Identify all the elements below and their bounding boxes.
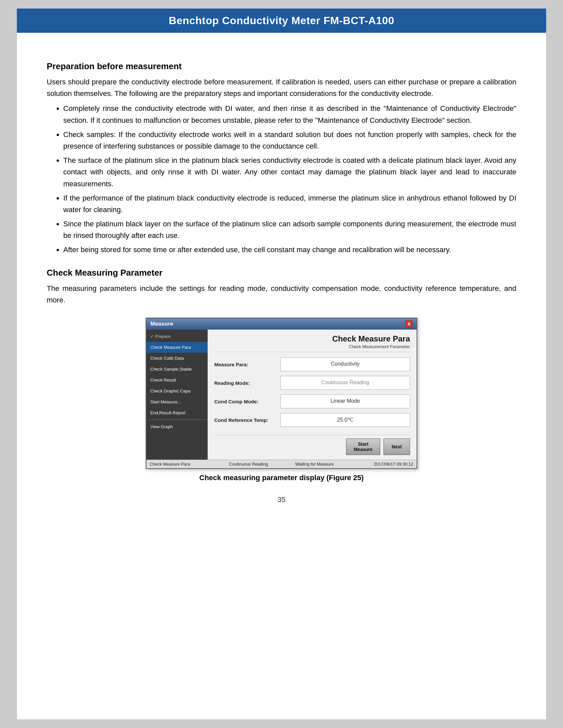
statusbar-waiting: Waiting for Measure — [282, 462, 348, 467]
param-label-cond-ref-temp: Cond Reference Temp: — [214, 417, 280, 423]
sidebar-separator — [146, 420, 208, 420]
param-row-reading-mode: Reading Mode: Coutinuous Reading — [214, 376, 410, 390]
param-value-cond-comp-mode: Linear Mode — [280, 394, 410, 408]
bullet-item: Completely rinse the conductivity electr… — [63, 103, 516, 126]
dialog-main: Check Measure Para Check Measurement Par… — [208, 330, 417, 460]
figure-container: Measure X ✓ Prepare Check Measure Para — [47, 318, 516, 482]
section1-bullets: Completely rinse the conductivity electr… — [47, 103, 516, 255]
sidebar-item-check-measure-para[interactable]: Check Measure Para — [146, 342, 208, 353]
param-label-cond-comp-mode: Cond Comp Mode: — [214, 399, 280, 404]
sidebar-item-view-graph[interactable]: View Graph — [146, 421, 208, 432]
dialog-statusbar: Check Measure Para Coutinuous Reading Wa… — [146, 460, 417, 468]
sidebar-item-check-graphic-capa[interactable]: Check Graphic Capa — [146, 386, 208, 396]
param-label-measure-para: Measure Para: — [214, 362, 280, 367]
bullet-item: If the performance of the platinum black… — [63, 192, 516, 215]
bullet-item: Since the platinum black layer on the su… — [63, 218, 516, 241]
statusbar-datetime: 2017/08/17 09:30:12 — [348, 462, 413, 467]
sidebar-item-end-result-report[interactable]: End,Result Report — [146, 407, 208, 418]
dialog-body: ✓ Prepare Check Measure Para Check Calib… — [146, 330, 417, 460]
sidebar-item-prepare[interactable]: ✓ Prepare — [146, 331, 208, 342]
dialog-action-bar: Start Measure Next — [214, 435, 410, 456]
sidebar-item-check-result[interactable]: Check Result — [146, 375, 208, 386]
dialog-title-label: Measure — [150, 321, 173, 327]
page-content: Preparation before measurement Users sho… — [17, 33, 546, 524]
param-value-reading-mode: Coutinuous Reading — [280, 376, 410, 390]
section1-title: Preparation before measurement — [47, 61, 516, 71]
param-row-cond-comp-mode: Cond Comp Mode: Linear Mode — [214, 394, 410, 408]
param-value-cond-ref-temp: 25.0℃ — [280, 413, 410, 427]
sidebar-item-check-calib-data[interactable]: Check Calib Data — [146, 353, 208, 364]
dialog-main-title: Check Measure Para — [214, 334, 410, 343]
start-measure-button[interactable]: Start Measure — [346, 438, 380, 455]
section2-title: Check Measuring Parameter — [47, 268, 516, 278]
sidebar-item-check-sample-stable[interactable]: Check Sample,Stable — [146, 364, 208, 375]
section1-intro: Users should prepare the conductivity el… — [47, 76, 516, 99]
page-number: 35 — [47, 495, 516, 504]
section2-intro: The measuring parameters include the set… — [47, 283, 516, 306]
param-label-reading-mode: Reading Mode: — [214, 380, 280, 386]
dialog-window: Measure X ✓ Prepare Check Measure Para — [146, 318, 417, 469]
page-header: Benchtop Conductivity Meter FM-BCT-A100 — [17, 9, 546, 33]
statusbar-reading-mode: Coutinuous Reading — [215, 462, 282, 467]
bullet-item: The surface of the platinum slice in the… — [63, 155, 516, 190]
dialog-titlebar: Measure X — [146, 318, 417, 330]
dialog-close-button[interactable]: X — [405, 320, 413, 328]
figure-caption: Check measuring parameter display (Figur… — [199, 474, 364, 482]
param-row-cond-ref-temp: Cond Reference Temp: 25.0℃ — [214, 413, 410, 427]
bullet-item: After being stored for some time or afte… — [63, 244, 516, 255]
param-row-measure-para: Measure Para: Conductivity — [214, 357, 410, 371]
next-button[interactable]: Next — [384, 438, 410, 455]
bullet-item: Check samples: If the conductivity elect… — [63, 129, 516, 152]
page-title: Benchtop Conductivity Meter FM-BCT-A100 — [169, 15, 395, 26]
dialog-main-subtitle: Check Measurement Parameter — [214, 344, 410, 352]
page: Benchtop Conductivity Meter FM-BCT-A100 … — [17, 8, 546, 720]
param-value-measure-para: Conductivity — [280, 357, 410, 371]
statusbar-check-measure-para: Check Measure Para — [150, 462, 215, 467]
sidebar-item-start-measure[interactable]: Start Measure... — [146, 396, 208, 407]
dialog-sidebar: ✓ Prepare Check Measure Para Check Calib… — [146, 330, 208, 460]
